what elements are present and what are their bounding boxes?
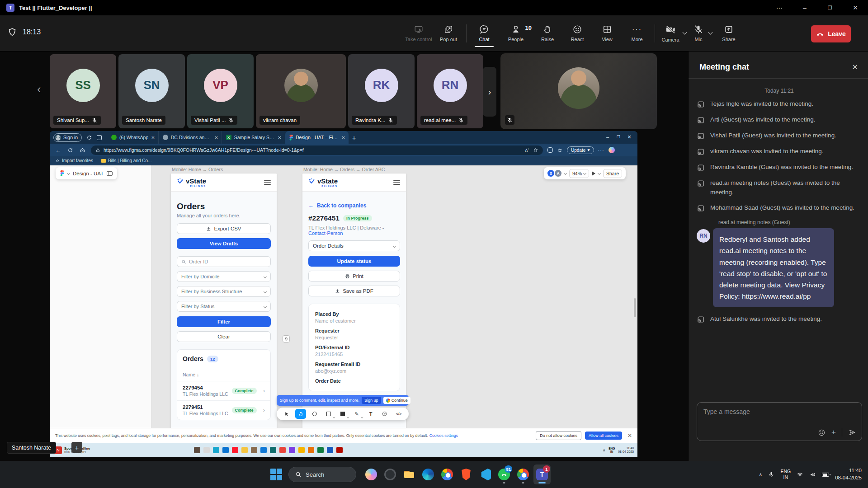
favorites-folder-item[interactable]: Bills | Billing and Co... (101, 158, 152, 163)
shared-app-icon[interactable] (232, 447, 238, 453)
taskbar-app-copilot[interactable] (363, 465, 380, 484)
leave-button[interactable]: Leave (811, 25, 851, 42)
back-to-companies-link[interactable]: ←Back to companies (308, 202, 400, 209)
present-chevron-icon[interactable] (598, 172, 601, 175)
maximize-icon[interactable]: ❐ (817, 5, 843, 11)
hand-tool-icon[interactable] (295, 409, 306, 419)
shared-app-icon[interactable] (222, 447, 229, 453)
column-header-name[interactable]: Name ↓ (177, 368, 270, 381)
tab-close-icon[interactable]: ✕ (341, 135, 345, 140)
self-preview-tile[interactable] (500, 53, 657, 129)
presenter-add-button[interactable]: + (71, 442, 82, 453)
collaborator-avatar[interactable]: S (547, 170, 554, 177)
update-button[interactable]: Update♥ (567, 146, 594, 154)
tiles-prev-chevron-icon[interactable]: ‹ (37, 82, 41, 96)
present-icon[interactable] (592, 171, 595, 176)
layout-panel-icon[interactable] (107, 171, 113, 176)
shared-app-icon[interactable] (298, 447, 305, 453)
doc-menu-chevron-icon[interactable] (67, 172, 70, 175)
shared-app-icon[interactable] (241, 447, 248, 453)
pen-tool-icon[interactable]: ✎ (351, 409, 362, 419)
chat-input[interactable] (697, 403, 862, 423)
wifi-icon[interactable] (797, 471, 803, 478)
taskbar-app-phone-link[interactable] (382, 465, 399, 484)
chat-button[interactable]: Chat (469, 21, 499, 46)
taskbar-app-file-explorer[interactable] (401, 465, 418, 484)
collaborator-avatar[interactable]: A (555, 170, 561, 177)
order-details-select[interactable]: Order Details (308, 240, 400, 251)
participant-tile[interactable]: SN Santosh Narate (118, 54, 185, 128)
zoom-select[interactable]: 94% (569, 169, 589, 178)
participant-tile[interactable]: RK Ravindra K... (348, 54, 415, 128)
read-aloud-icon[interactable]: Aᵎ (525, 147, 528, 153)
filter-select[interactable]: Filter by Business Structure (177, 286, 271, 297)
camera-options-chevron-icon[interactable] (683, 30, 687, 35)
browser-signin-button[interactable]: Sign in (53, 133, 82, 142)
clear-button[interactable]: Clear (177, 331, 271, 342)
taskbar-app-edge[interactable] (420, 465, 437, 484)
pop-out-button[interactable]: Pop out (434, 21, 463, 46)
browser-menu-icon[interactable]: ··· (598, 147, 604, 153)
tab-close-icon[interactable]: ✕ (151, 135, 155, 140)
taskbar-app-brave[interactable] (458, 465, 475, 484)
close-icon[interactable]: ✕ (843, 4, 868, 11)
extensions-icon[interactable] (547, 147, 553, 153)
home-icon[interactable] (80, 147, 85, 153)
text-tool-icon[interactable]: T (365, 409, 376, 419)
new-tab-button[interactable]: + (352, 134, 356, 141)
emoji-icon[interactable] (818, 429, 826, 436)
clock[interactable]: 11:4008-04-2025 (835, 467, 862, 481)
export-csv-button[interactable]: Export CSV (177, 223, 271, 234)
order-row[interactable]: 2279454TL Flex Holdings LLC Complete › (177, 381, 270, 400)
region-tool-icon[interactable] (309, 409, 320, 419)
import-favorites-item[interactable]: Import favorites (55, 158, 93, 163)
save-as-pdf-button[interactable]: Save as PDF (308, 286, 400, 296)
attach-plus-icon[interactable]: + (831, 428, 836, 437)
figma-share-button[interactable]: Share (603, 169, 622, 178)
minimize-icon[interactable]: – (792, 4, 817, 11)
menu-icon[interactable] (264, 180, 271, 185)
shared-app-icon[interactable] (308, 447, 314, 453)
participant-tile[interactable]: vikram chavan (256, 54, 346, 128)
order-row[interactable]: 2279451TL Flex Holdings LLC Complete › (177, 400, 270, 420)
taskbar-app-whatsapp[interactable]: 81 (495, 465, 513, 484)
chat-message-list[interactable]: Today 11:21 Tejas Ingle was invited to t… (689, 79, 868, 324)
filter-select[interactable]: Filter by Status (177, 301, 271, 312)
filter-button[interactable]: Filter (177, 316, 271, 327)
titlebar-more-icon[interactable]: ··· (767, 4, 792, 11)
signup-button[interactable]: Sign up (362, 397, 381, 404)
shared-app-icon[interactable] (194, 447, 200, 453)
browser-tab[interactable]: DC Divisions and Surroundings ✕ (159, 131, 222, 144)
tray-mic-icon[interactable] (768, 471, 774, 478)
language-indicator[interactable]: ENGIN (780, 469, 791, 480)
frame-label[interactable]: Mobile: Home → Orders (172, 167, 277, 172)
collaborators-chevron-icon[interactable] (564, 172, 567, 175)
browser-tab[interactable]: X Sample Salary Structure with calc ✕ (222, 131, 285, 144)
participant-tile[interactable]: RN read.ai mee... (417, 54, 483, 128)
start-button[interactable] (270, 469, 282, 480)
mic-options-chevron-icon[interactable] (708, 30, 713, 35)
shared-tray-chevron-icon[interactable]: ∧ (603, 448, 605, 452)
browser-close-icon[interactable]: ✕ (624, 134, 635, 140)
print-button[interactable]: Print (308, 271, 400, 282)
order-id-search[interactable]: Order ID (177, 256, 271, 267)
frame-tool-icon[interactable] (323, 409, 334, 419)
shared-app-icon[interactable] (203, 447, 210, 453)
menu-icon[interactable] (393, 180, 400, 185)
deny-cookies-button[interactable]: Do not allow cookies (536, 431, 581, 440)
shape-tool-icon[interactable] (337, 409, 348, 419)
favorites-bar-icon[interactable] (557, 147, 563, 153)
share-button[interactable]: Share (714, 21, 744, 46)
google-continue-button[interactable]: Continue (383, 397, 410, 404)
move-tool-icon[interactable] (281, 409, 292, 419)
refresh-icon[interactable] (67, 147, 73, 153)
browser-tab[interactable]: Design - UAT – Figma ✕ (285, 131, 349, 144)
update-status-button[interactable]: Update status (308, 256, 400, 267)
shared-app-icon[interactable] (317, 447, 324, 453)
browser-restore-icon[interactable]: ❐ (613, 135, 624, 139)
canvas-scrollbar[interactable] (634, 298, 636, 317)
camera-button[interactable]: Camera (658, 21, 683, 46)
taskbar-app-teams[interactable]: T1 (533, 465, 551, 484)
frame-label[interactable]: Mobile: Home → Orders → Order ABC (303, 167, 406, 172)
workspaces-icon[interactable] (97, 135, 102, 140)
